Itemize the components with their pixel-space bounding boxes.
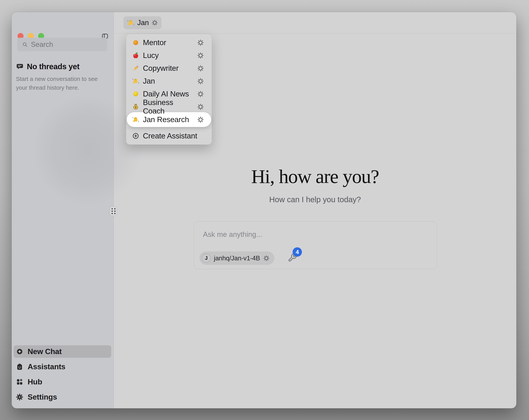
sidebar-item-label: Assistants (28, 363, 65, 371)
greeting-title: Hi, how are you? (114, 165, 516, 188)
sidebar-item-settings[interactable]: Settings (13, 391, 111, 403)
gear-icon[interactable] (197, 52, 204, 59)
yellow-circle-icon (132, 90, 139, 98)
assistant-badge-icon (16, 363, 23, 370)
model-avatar: J (202, 254, 211, 263)
red-apple-icon (132, 52, 139, 59)
gear-icon[interactable] (197, 65, 204, 72)
chat-input[interactable] (203, 230, 423, 246)
gear-icon (151, 19, 158, 26)
sidebar-resize-handle[interactable] (110, 206, 117, 216)
waving-hand-icon (127, 19, 135, 27)
pencil-icon (132, 65, 139, 72)
sidebar-item-label: Hub (28, 378, 42, 386)
gear-icon[interactable] (197, 78, 204, 85)
sidebar-nav: New Chat Assistants Hub Settings (13, 345, 111, 403)
model-selector[interactable]: J janhq/Jan-v1-4B (199, 251, 274, 265)
threads-empty-state: No threads yet Start a new conversation … (16, 62, 110, 92)
assistant-menu-item-business-coach[interactable]: Business Coach (128, 101, 210, 113)
assistant-menu-item-label: Mentor (143, 38, 193, 47)
sidebar-item-label: Settings (28, 393, 57, 401)
sidebar: No threads yet Start a new conversation … (12, 12, 114, 408)
assistant-menu-item-copywriter[interactable]: Copywriter (128, 62, 210, 74)
gear-icon (263, 255, 270, 261)
create-assistant-button[interactable]: Create Assistant (128, 130, 210, 142)
empty-state-description: Start a new conversation to see your thr… (16, 74, 110, 92)
assistant-menu-item-mentor[interactable]: Mentor (128, 37, 210, 49)
assistant-menu-item-label: Lucy (143, 51, 193, 60)
tools-count-badge: 4 (292, 247, 302, 257)
empty-state-title: No threads yet (27, 62, 79, 71)
assistant-menu-item-label: Daily AI News (143, 90, 193, 98)
assistant-menu-item-label: Business Coach (143, 98, 193, 115)
assistant-menu-item-label: Jan Research (143, 115, 193, 124)
sidebar-item-new-chat[interactable]: New Chat (13, 345, 111, 358)
waving-hand-icon (132, 116, 139, 123)
gear-icon[interactable] (197, 116, 204, 123)
plus-circle-icon (16, 348, 23, 355)
assistant-switcher-label: Jan (137, 19, 149, 27)
gear-filled-icon (16, 393, 23, 401)
assistant-menu-item-lucy[interactable]: Lucy (128, 49, 210, 61)
search-input[interactable] (30, 40, 104, 49)
menu-separator (126, 128, 212, 128)
model-name: janhq/Jan-v1-4B (214, 255, 260, 262)
chat-composer: J janhq/Jan-v1-4B 4 (194, 221, 437, 269)
sidebar-item-assistants[interactable]: Assistants (13, 361, 111, 373)
search-icon (22, 42, 28, 48)
sidebar-item-hub[interactable]: Hub (13, 376, 111, 388)
plus-circle-outline-icon (132, 132, 139, 140)
chat-bubble-icon (16, 63, 24, 71)
main-area: Jan Mentor Lucy Copywriter (114, 12, 516, 408)
assistant-menu: Mentor Lucy Copywriter Jan Daily AI News (126, 34, 212, 145)
gear-icon[interactable] (197, 103, 204, 110)
sidebar-item-label: New Chat (28, 347, 62, 356)
greeting-subtitle: How can I help you today? (114, 195, 516, 204)
assistant-menu-item-label: Copywriter (143, 64, 193, 72)
assistant-menu-item-jan[interactable]: Jan (128, 75, 210, 87)
search-bar[interactable] (17, 38, 107, 51)
assistant-menu-item-label: Jan (143, 77, 193, 85)
waving-hand-icon (132, 77, 139, 85)
assistant-switcher-button[interactable]: Jan (123, 16, 161, 29)
gear-icon[interactable] (197, 90, 204, 98)
main-header: Jan (114, 12, 516, 34)
orange-circle-icon (132, 39, 139, 46)
hub-grid-plus-icon (16, 378, 23, 386)
money-bag-icon (132, 103, 139, 110)
gear-icon[interactable] (197, 39, 204, 46)
create-assistant-label: Create Assistant (143, 132, 197, 140)
app-window: No threads yet Start a new conversation … (12, 12, 516, 408)
